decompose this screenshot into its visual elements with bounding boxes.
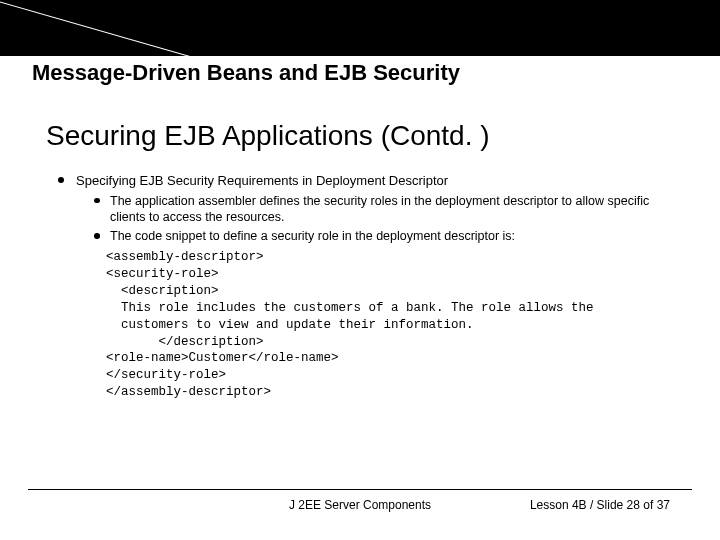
bullet-level2-text-1: The application assembler defines the se… (110, 194, 649, 225)
header-title: Message-Driven Beans and EJB Security (32, 60, 460, 86)
main-content: Securing EJB Applications (Contd. ) Spec… (46, 120, 686, 403)
bullet-level2: The code snippet to define a security ro… (94, 228, 686, 245)
slide-title: Securing EJB Applications (Contd. ) (46, 120, 686, 152)
bullet-level1-text: Specifying EJB Security Requirements in … (76, 173, 448, 188)
footer-right-text: Lesson 4B / Slide 28 of 37 (530, 498, 670, 512)
slide: Message-Driven Beans and EJB Security Se… (0, 0, 720, 540)
footer-divider (28, 489, 692, 490)
header-band (0, 0, 720, 56)
header-black-band (0, 0, 720, 56)
bullet-level1: Specifying EJB Security Requirements in … (58, 172, 686, 401)
code-snippet: <assembly-descriptor> <security-role> <d… (106, 249, 686, 401)
bullet-level2: The application assembler defines the se… (94, 193, 686, 227)
bullet-level2-text-2: The code snippet to define a security ro… (110, 229, 515, 243)
